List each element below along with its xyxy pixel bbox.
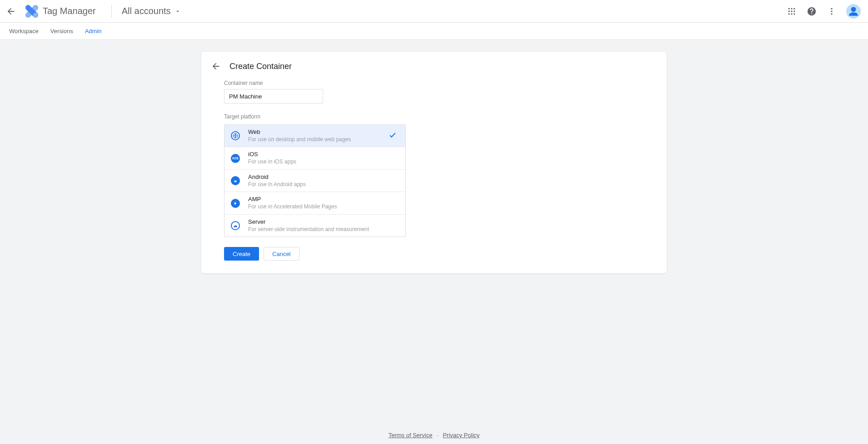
platform-option-web[interactable]: Web For use on desktop and mobile web pa…: [224, 125, 405, 147]
platform-list: Web For use on desktop and mobile web pa…: [224, 124, 406, 237]
card-back-icon[interactable]: [210, 61, 221, 72]
cancel-button[interactable]: Cancel: [264, 247, 299, 261]
svg-line-19: [234, 180, 235, 181]
container-name-label: Container name: [224, 80, 644, 86]
svg-point-5: [793, 8, 795, 9]
svg-point-11: [793, 13, 795, 15]
logo: Tag Manager: [20, 5, 101, 18]
svg-point-15: [851, 7, 856, 12]
svg-line-20: [236, 180, 237, 181]
privacy-link[interactable]: Privacy Policy: [443, 432, 479, 439]
create-button[interactable]: Create: [224, 247, 259, 261]
platform-name: Web: [248, 128, 351, 136]
more-vert-icon[interactable]: [826, 6, 837, 17]
platform-option-android[interactable]: Android For use in Android apps: [224, 170, 405, 192]
tos-link[interactable]: Terms of Service: [389, 432, 433, 439]
header-right: [786, 4, 863, 19]
target-platform-label: Target platform: [224, 113, 644, 120]
tag-manager-logo-icon: [25, 5, 38, 18]
platform-desc: For use in iOS apps: [248, 158, 296, 166]
tab-admin[interactable]: Admin: [85, 23, 102, 39]
platform-name: Server: [248, 218, 369, 226]
web-icon: [231, 131, 240, 140]
svg-point-8: [793, 10, 795, 12]
amp-icon: [231, 199, 240, 208]
footer: Terms of Service · Privacy Policy: [0, 432, 868, 439]
svg-point-9: [788, 13, 790, 15]
tab-workspace[interactable]: Workspace: [9, 23, 39, 39]
create-container-card: Create Container Container name Target p…: [201, 52, 667, 273]
svg-point-13: [831, 10, 832, 12]
svg-point-14: [831, 13, 832, 15]
check-icon: [388, 131, 397, 141]
apps-grid-icon[interactable]: [786, 6, 797, 17]
form-actions: Create Cancel: [224, 247, 644, 261]
app-name: Tag Manager: [43, 6, 96, 16]
svg-point-17: [234, 181, 235, 182]
platform-name: iOS: [248, 151, 296, 158]
app-header: Tag Manager All accounts: [0, 0, 868, 23]
svg-point-18: [236, 181, 236, 182]
platform-option-amp[interactable]: AMP For use in Accelerated Mobile Pages: [224, 192, 405, 214]
platform-option-server[interactable]: Server For server-side instrumentation a…: [224, 215, 405, 237]
platform-option-ios[interactable]: iOS iOS For use in iOS apps: [224, 147, 405, 169]
tab-versions[interactable]: Versions: [50, 23, 73, 39]
platform-desc: For use in Android apps: [248, 181, 306, 188]
android-icon: [231, 176, 240, 185]
accounts-label: All accounts: [122, 6, 171, 16]
svg-point-6: [788, 10, 790, 12]
card-header: Create Container: [201, 58, 667, 78]
svg-point-12: [831, 8, 832, 9]
accounts-switcher[interactable]: All accounts: [122, 6, 181, 16]
platform-desc: For server-side instrumentation and meas…: [248, 226, 369, 233]
page-body: Create Container Container name Target p…: [0, 40, 868, 444]
card-title: Create Container: [229, 62, 292, 71]
svg-point-4: [791, 8, 792, 9]
platform-desc: For use in Accelerated Mobile Pages: [248, 203, 337, 211]
section-tabs: Workspace Versions Admin: [0, 23, 868, 40]
svg-point-10: [791, 13, 792, 15]
platform-desc: For use on desktop and mobile web pages: [248, 136, 351, 143]
svg-point-3: [788, 8, 790, 9]
container-name-input[interactable]: [224, 89, 323, 104]
footer-separator: ·: [437, 432, 439, 439]
chevron-down-icon: [175, 8, 181, 15]
platform-name: AMP: [248, 196, 337, 203]
platform-name: Android: [248, 173, 306, 181]
ios-icon: iOS: [231, 154, 240, 163]
svg-point-7: [791, 10, 792, 12]
svg-point-2: [33, 12, 38, 17]
header-left: Tag Manager All accounts: [5, 5, 181, 18]
help-icon[interactable]: [806, 6, 817, 17]
form: Container name Target platform Web For u…: [201, 80, 667, 261]
user-avatar[interactable]: [846, 4, 861, 19]
back-arrow-icon[interactable]: [5, 6, 16, 17]
divider: [111, 5, 112, 18]
server-icon: [231, 221, 240, 230]
